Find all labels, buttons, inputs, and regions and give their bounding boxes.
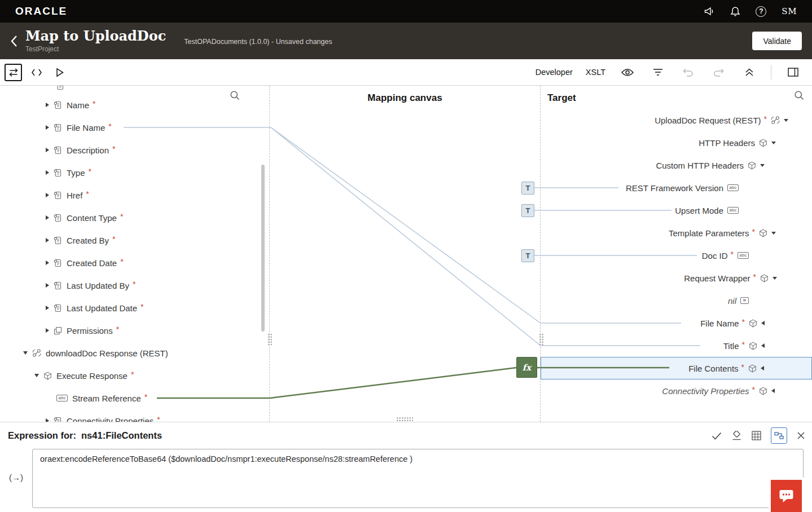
mapper-view-button[interactable]	[5, 64, 22, 81]
target-tree-item[interactable]: Upsert Modeabc	[541, 199, 812, 222]
announcement-icon[interactable]	[704, 6, 715, 16]
erase-expression-icon[interactable]	[731, 431, 742, 440]
chevron-down-icon[interactable]	[771, 232, 776, 235]
expand-arrow-icon[interactable]	[46, 238, 49, 242]
grid-view-icon[interactable]	[752, 431, 761, 440]
source-tree-item[interactable]: Created Date*	[0, 251, 269, 274]
expand-arrow-icon[interactable]	[46, 306, 49, 310]
target-tree-item[interactable]: Connectivity Properties*	[541, 379, 812, 402]
expand-arrow-icon[interactable]	[46, 215, 49, 220]
source-tree-item[interactable]: Last Updated By*	[0, 274, 269, 297]
expand-arrow-icon[interactable]	[46, 103, 49, 107]
expand-arrow-icon[interactable]	[46, 125, 49, 130]
collapse-handle-icon[interactable]	[761, 366, 764, 370]
required-asterisk: *	[742, 340, 745, 349]
object-icon	[759, 387, 767, 395]
target-tree-item[interactable]: File Name*	[541, 312, 812, 334]
source-scrollbar[interactable]	[261, 165, 265, 332]
function-badge[interactable]: fx	[516, 357, 537, 378]
source-tree-item[interactable]: Connectivity Properties*	[0, 409, 269, 422]
element-icon	[54, 236, 62, 245]
target-tree-item[interactable]: nil=	[541, 289, 812, 312]
feedback-button[interactable]	[771, 480, 802, 512]
collapse-arrow-icon[interactable]	[23, 351, 28, 355]
object-icon	[759, 139, 767, 147]
expression-panel: Expression for:ns41:FileContents (→) ora…	[0, 422, 812, 512]
required-asterisk: *	[108, 122, 111, 131]
expand-arrow-icon[interactable]	[46, 148, 49, 152]
source-tree-item[interactable]: abcStream Reference*	[0, 387, 269, 409]
expression-input[interactable]: oraext:encodeReferenceToBase64 ($downloa…	[32, 449, 804, 508]
source-tree-item[interactable]: Permissions*	[0, 319, 269, 342]
validate-button[interactable]: Validate	[752, 32, 802, 50]
expression-resize-handle[interactable]	[396, 417, 413, 421]
target-tree-item[interactable]: File Contents*	[541, 357, 812, 379]
redo-icon[interactable]	[710, 64, 727, 81]
target-tree-item[interactable]: REST Framework Versionabc	[541, 176, 812, 199]
expression-view-toggle-icon[interactable]	[771, 427, 787, 444]
source-tree-item[interactable]: Created By*	[0, 229, 269, 251]
source-tree-item[interactable]: downloadDoc Response (REST)	[0, 342, 269, 364]
required-asterisk: *	[731, 250, 734, 259]
object-icon	[749, 319, 757, 328]
preview-eye-icon[interactable]	[618, 64, 636, 81]
expand-arrow-icon[interactable]	[46, 328, 49, 333]
panel-resize-handle[interactable]	[538, 333, 543, 345]
expression-editor: (→) oraext:encodeReferenceToBase64 ($dow…	[0, 449, 812, 512]
global-header-actions: ? SM	[704, 6, 797, 17]
side-panel-toggle-icon[interactable]	[784, 64, 802, 81]
test-button[interactable]	[51, 64, 68, 81]
collapse-handle-icon[interactable]	[761, 321, 765, 325]
chevron-down-icon[interactable]	[771, 142, 776, 144]
code-view-button[interactable]	[28, 64, 45, 81]
undo-icon[interactable]	[679, 64, 697, 81]
target-tree-item[interactable]: Request Wrapper*	[541, 267, 812, 289]
expand-arrow-icon[interactable]	[46, 261, 49, 265]
source-tree-item[interactable]: Type*	[0, 161, 269, 184]
close-expression-icon[interactable]	[797, 431, 805, 440]
target-tree-item[interactable]: Doc ID*abc	[541, 244, 812, 267]
expand-arrow-icon[interactable]	[46, 193, 49, 197]
literal-badge[interactable]: T	[521, 204, 534, 217]
project-name: TestProject	[25, 46, 166, 53]
source-tree-item[interactable]: File Name*	[0, 116, 269, 139]
target-tree-item[interactable]: Title*	[541, 334, 812, 357]
apply-expression-icon[interactable]	[712, 432, 722, 440]
target-tree-item[interactable]: Custom HTTP Headers	[541, 154, 812, 176]
source-tree-item[interactable]: Href*	[0, 184, 269, 206]
panel-resize-handle[interactable]	[267, 333, 272, 345]
target-search-icon[interactable]	[794, 90, 804, 103]
source-tree-item[interactable]: Name*	[0, 94, 269, 116]
target-tree-item[interactable]: Template Parameters*	[541, 222, 812, 244]
source-node-label: Connectivity Properties	[67, 416, 153, 422]
user-avatar[interactable]: SM	[782, 6, 797, 16]
developer-toggle[interactable]: Developer	[536, 68, 573, 77]
source-tree-item[interactable]: Description*	[0, 139, 269, 161]
xslt-toggle[interactable]: XSLT	[586, 68, 605, 77]
source-tree-item[interactable]: Last Updated Date*	[0, 297, 269, 319]
required-asterisk: *	[742, 317, 745, 326]
collapse-all-icon[interactable]	[740, 64, 758, 81]
source-node-label: Created Date	[67, 258, 117, 268]
literal-badge[interactable]: T	[521, 249, 534, 262]
help-icon[interactable]: ?	[756, 6, 766, 17]
expand-arrow-icon[interactable]	[46, 170, 49, 175]
source-tree-item[interactable]: Content Type*	[0, 206, 269, 229]
source-tree-item[interactable]: Execute Response*	[0, 364, 269, 387]
collapse-arrow-icon[interactable]	[34, 374, 39, 377]
chevron-down-icon[interactable]	[784, 119, 788, 122]
required-asterisk: *	[120, 212, 123, 221]
expand-arrow-icon[interactable]	[46, 283, 49, 288]
back-button[interactable]	[9, 35, 25, 47]
target-tree-item[interactable]: UploadDoc Request (REST)*	[541, 109, 812, 131]
target-tree-item[interactable]: HTTP Headers	[541, 131, 812, 154]
chevron-down-icon[interactable]	[760, 164, 765, 167]
collapse-handle-icon[interactable]	[771, 389, 775, 393]
source-search-icon[interactable]	[230, 90, 240, 103]
chevron-down-icon[interactable]	[773, 277, 777, 280]
filter-icon[interactable]	[649, 64, 666, 81]
literal-badge[interactable]: T	[521, 182, 534, 195]
notifications-icon[interactable]	[730, 6, 740, 17]
collapse-handle-icon[interactable]	[761, 343, 765, 348]
element-icon	[54, 281, 62, 290]
